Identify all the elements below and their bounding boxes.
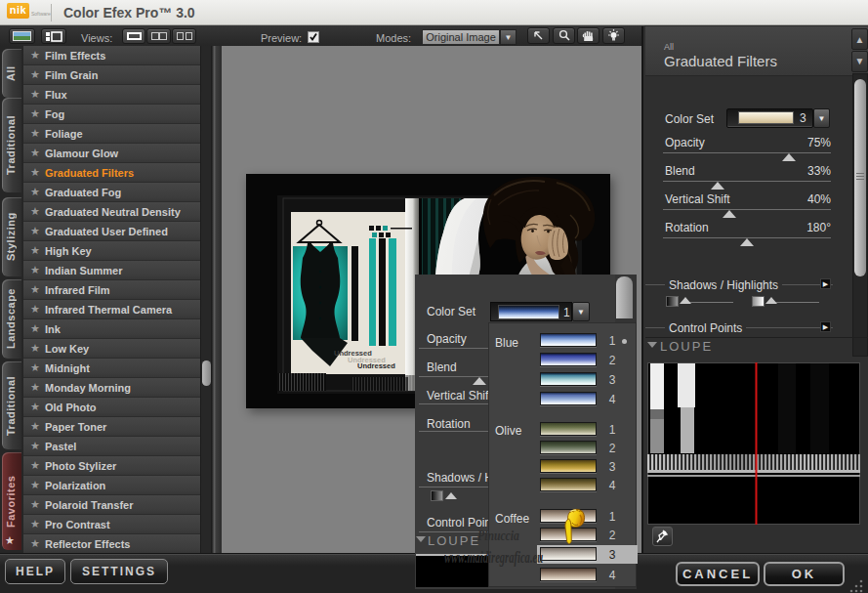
- svg-text:Undressed: Undressed: [357, 361, 395, 370]
